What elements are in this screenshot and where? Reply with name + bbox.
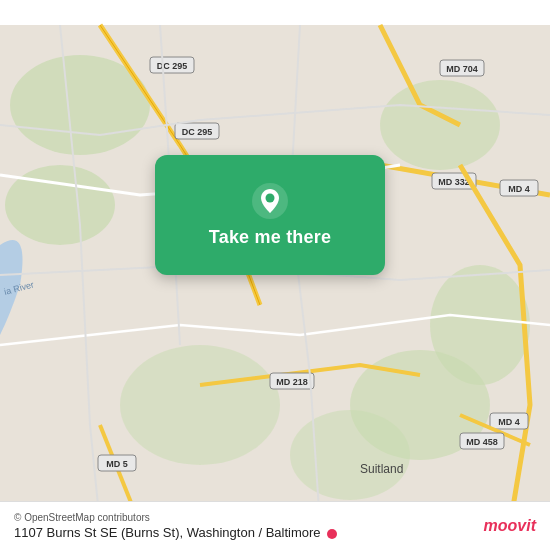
svg-text:DC 295: DC 295 [157,61,188,71]
svg-text:Suitland: Suitland [360,462,403,476]
svg-text:MD 332: MD 332 [438,177,470,187]
svg-text:MD 218: MD 218 [276,377,308,387]
svg-text:MD 4: MD 4 [498,417,520,427]
svg-point-6 [120,345,280,465]
svg-text:DC 295: DC 295 [182,127,213,137]
osm-attribution: © OpenStreetMap contributors [14,512,337,523]
svg-text:MD 704: MD 704 [446,64,478,74]
location-dot [327,529,337,539]
svg-point-7 [290,410,410,500]
svg-text:MD 4: MD 4 [508,184,530,194]
bottom-bar: © OpenStreetMap contributors 1107 Burns … [0,501,550,550]
svg-text:MD 5: MD 5 [106,459,128,469]
take-me-card[interactable]: Take me there [155,155,385,275]
address-text: 1107 Burns St SE (Burns St), Washington … [14,525,337,540]
take-me-label: Take me there [209,227,331,248]
map-svg: ia River DC 295 DC 295 DC 295 MD 704 MD … [0,0,550,550]
svg-text:MD 458: MD 458 [466,437,498,447]
moovit-logo: moovit [484,517,536,535]
location-pin-icon [252,183,288,219]
map-container: ia River DC 295 DC 295 DC 295 MD 704 MD … [0,0,550,550]
svg-point-3 [380,80,500,170]
moovit-text: moovit [484,517,536,535]
svg-point-31 [266,193,275,202]
bottom-left: © OpenStreetMap contributors 1107 Burns … [14,512,337,540]
